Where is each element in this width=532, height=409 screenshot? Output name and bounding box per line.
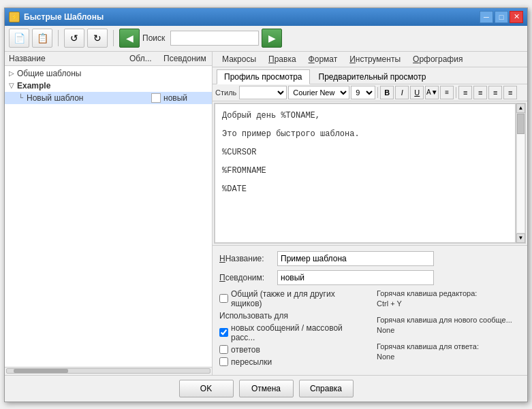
vscroll-down-btn[interactable]: ▼ (516, 233, 525, 243)
style-label: Стиль (215, 88, 236, 97)
app-icon: ⚡ (9, 12, 20, 22)
minimize-button[interactable]: ─ (480, 11, 493, 23)
use-reply-checkbox[interactable] (219, 345, 228, 354)
tree-hscrollbar (5, 367, 212, 375)
help-button[interactable]: Справка (299, 380, 354, 397)
tree-item-checkbox[interactable] (151, 93, 161, 103)
editor-vscrollbar[interactable]: ▲ ▼ (516, 103, 525, 243)
col-obl: Обл... (129, 54, 157, 63)
vscroll-thumb[interactable] (517, 114, 525, 134)
toolbar-sep-2 (113, 30, 114, 46)
menu-tools[interactable]: Инструменты (344, 53, 406, 65)
form-options-right: Горячая клавиша редактора: Ctrl + Y Горя… (377, 289, 520, 370)
tab-preview[interactable]: Предварительный просмотр (311, 69, 434, 84)
hscrollbar-thumb (14, 369, 68, 373)
use-new-checkbox[interactable] (219, 328, 228, 337)
italic-button[interactable]: I (395, 86, 409, 99)
tree-item-indent: └ (18, 94, 27, 101)
titlebar-controls: ─ □ ✕ (480, 11, 523, 23)
tree-item-name: Новый шаблон (27, 93, 151, 103)
cancel-button[interactable]: Отмена (239, 380, 294, 397)
toolbar-sep-1 (58, 30, 59, 46)
vscroll-up-btn[interactable]: ▲ (516, 103, 525, 113)
name-row: ННазвание: (219, 251, 520, 266)
shared-label: Общий (также и для других ящиков) (231, 289, 363, 308)
align-right-button[interactable]: ≡ (488, 86, 502, 99)
font-dropdown[interactable]: Courier New (288, 86, 349, 99)
style-dropdown[interactable] (239, 86, 287, 99)
tree-item-new-template[interactable]: └ Новый шаблон новый (5, 92, 212, 104)
color-button[interactable]: A▼ (425, 86, 439, 99)
tree-group-shared[interactable]: ▷ Общие шаблоны (5, 67, 212, 80)
hscrollbar-track[interactable] (6, 368, 210, 374)
right-panel: Макросы Правка Формат Инструменты Орфогр… (213, 52, 527, 375)
window-title: Быстрые Шаблоны (24, 12, 104, 22)
pseudo-input[interactable] (277, 270, 434, 285)
use-forward-label: пересылки (231, 357, 272, 367)
menu-spell[interactable]: Орфография (407, 53, 468, 65)
menu-format[interactable]: Формат (303, 53, 343, 65)
search-label: Поиск (142, 33, 165, 43)
hotkey-reply-label: Горячая клавиша для ответа: (377, 342, 520, 350)
main-content: Название Обл... Псевдоним ▷ Общие шаблон… (5, 52, 527, 375)
tree-header: Название Обл... Псевдоним (5, 52, 212, 66)
titlebar-left: ⚡ Быстрые Шаблоны (9, 12, 104, 22)
nav-back-button[interactable]: ◀ (119, 29, 140, 48)
hilite-button[interactable]: ≡ (440, 86, 454, 99)
use-reply-row: ответов (219, 345, 363, 355)
vscroll-track (516, 113, 525, 233)
hotkey-editor-value: Ctrl + Y (377, 299, 520, 308)
hotkey-reply-value: None (377, 353, 520, 361)
tree-group-example[interactable]: ▽ Example (5, 80, 212, 92)
name-input[interactable] (277, 251, 434, 266)
editor-area[interactable]: Добрый день %TONAME, Это пример быстрого… (215, 103, 516, 243)
formatting-bar: Стиль Courier New 9 B I U A▼ ≡ ≡ ≡ (213, 84, 527, 101)
hotkey-editor-label: Горячая клавиша редактора: (377, 289, 520, 297)
tab-profile[interactable]: Профиль просмотра (217, 69, 310, 84)
bold-button[interactable]: B (380, 86, 394, 99)
right-menubar: Макросы Правка Формат Инструменты Орфогр… (213, 52, 527, 67)
main-window: ⚡ Быстрые Шаблоны ─ □ ✕ 📄 📋 ↺ ↻ ◀ Поиск … (4, 7, 528, 402)
use-new-row: новых сообщений / массовой расс... (219, 323, 363, 342)
expand-icon-shared: ▷ (9, 69, 17, 77)
search-input[interactable] (170, 31, 259, 46)
underline-button[interactable]: U (410, 86, 424, 99)
pseudo-label: Псевдоним: (219, 273, 277, 282)
tree-body: ▷ Общие шаблоны ▽ Example └ Новый шаблон… (5, 66, 212, 367)
size-dropdown[interactable]: 9 (351, 86, 375, 99)
menu-macros[interactable]: Макросы (217, 53, 262, 65)
use-for-label: Использовать для (219, 311, 363, 321)
col-name: Название (9, 54, 123, 63)
right-tabs: Профиль просмотра Предварительный просмо… (213, 67, 527, 84)
redo-button[interactable]: ↻ (87, 29, 108, 48)
menu-edit[interactable]: Правка (263, 53, 302, 65)
undo-button[interactable]: ↺ (64, 29, 84, 48)
align-center-button[interactable]: ≡ (473, 86, 487, 99)
shared-checkbox[interactable] (219, 294, 228, 303)
maximize-button[interactable]: □ (495, 11, 508, 23)
hotkey-new-value: None (377, 326, 520, 334)
shared-row: Общий (также и для других ящиков) (219, 289, 363, 308)
use-forward-checkbox[interactable] (219, 357, 228, 366)
close-button[interactable]: ✕ (510, 11, 523, 23)
use-new-label: новых сообщений / массовой расс... (231, 323, 363, 342)
align-left-button[interactable]: ≡ (458, 86, 472, 99)
align-justify-button[interactable]: ≡ (503, 86, 517, 99)
nav-fwd-button[interactable]: ▶ (262, 29, 282, 48)
tree-item-pseudo: новый (163, 93, 208, 103)
fmt-sep-1 (377, 87, 378, 98)
expand-icon-example: ▽ (9, 82, 17, 89)
toolbar: 📄 📋 ↺ ↻ ◀ Поиск ▶ (5, 26, 527, 52)
editor-wrapper: Добрый день %TONAME, Это пример быстрого… (214, 103, 526, 244)
use-reply-label: ответов (231, 345, 260, 355)
titlebar: ⚡ Быстрые Шаблоны ─ □ ✕ (5, 8, 527, 26)
ok-button[interactable]: OK (179, 380, 234, 397)
copy-button[interactable]: 📋 (32, 29, 52, 48)
new-button[interactable]: 📄 (9, 29, 29, 48)
fmt-sep-2 (456, 87, 456, 98)
tree-group-example-label: Example (17, 81, 208, 91)
hotkey-new-label: Горячая клавиша для нового сообще... (377, 316, 520, 324)
left-panel: Название Обл... Псевдоним ▷ Общие шаблон… (5, 52, 213, 375)
bottom-form: ННазвание: Псевдоним: Общи (213, 245, 527, 375)
form-options-left: Общий (также и для других ящиков) Исполь… (219, 289, 363, 370)
